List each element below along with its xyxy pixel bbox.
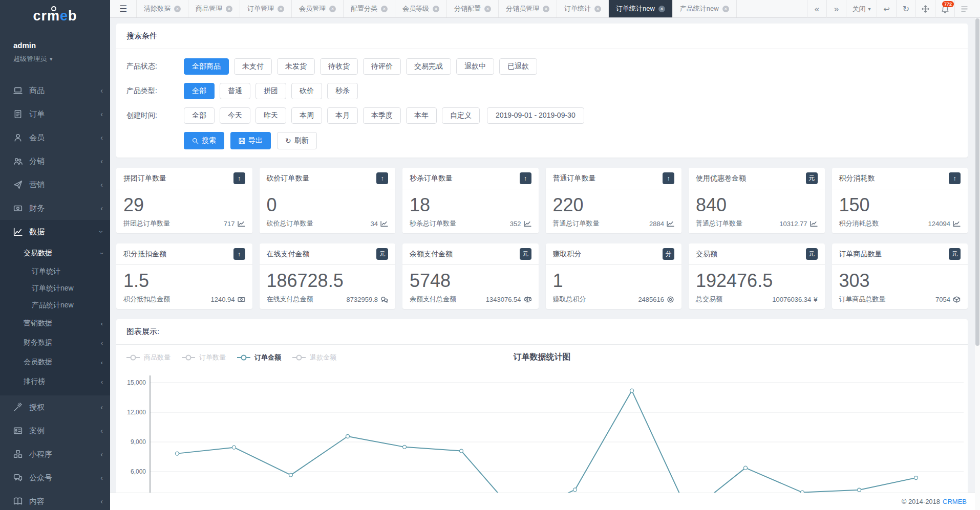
time-option-this-month[interactable]: 本月 [327, 107, 358, 124]
close-icon[interactable] [278, 6, 284, 12]
close-icon[interactable] [658, 6, 665, 12]
tab-order-management[interactable]: 订单管理 [240, 0, 292, 17]
close-icon[interactable] [484, 6, 491, 12]
status-option-to-receive[interactable]: 待收货 [320, 58, 358, 75]
sidebar-item-trade-data[interactable]: 交易数据 [0, 243, 110, 263]
tab-order-stats-new[interactable]: 订单统计new [609, 0, 673, 17]
sidebar-item-marketing[interactable]: 营销 [0, 173, 110, 196]
tab-label: 配置分类 [351, 4, 377, 13]
scroll-tabs-left-icon[interactable] [807, 0, 826, 18]
fullscreen-move-icon[interactable] [915, 0, 935, 18]
sidebar-item-product-stats-new[interactable]: 产品统计new [0, 297, 110, 314]
vertical-scrollbar[interactable] [975, 18, 980, 510]
search-button[interactable]: 搜索 [184, 132, 224, 149]
notifications-bell[interactable]: 772 [935, 0, 954, 18]
cube-icon [953, 296, 961, 303]
stat-footer-value: 34 [371, 220, 378, 228]
sidebar-item-ranking[interactable]: 排行榜 [0, 372, 110, 391]
sidebar-item-marketing-data[interactable]: 营销数据 [0, 314, 110, 333]
sidebar-item-authorization[interactable]: 授权 [0, 395, 110, 419]
close-icon[interactable] [594, 6, 601, 12]
close-icon[interactable] [722, 6, 729, 12]
sidebar-item-orders[interactable]: 订单 [0, 102, 110, 126]
close-tabs-label: 关闭 [852, 5, 865, 14]
close-icon[interactable] [174, 6, 181, 12]
stat-footer-value: 352 [510, 220, 521, 228]
sidebar-item-official-account[interactable]: 公众号 [0, 466, 110, 490]
tab-distributor-management[interactable]: 分销员管理 [499, 0, 557, 17]
wechat-icon [380, 296, 388, 303]
stat-value: 1 [553, 269, 675, 293]
user-role-dropdown[interactable]: 超级管理员 [13, 54, 110, 63]
type-option-seckill[interactable]: 秒杀 [327, 83, 358, 99]
time-option-this-quarter[interactable]: 本季度 [363, 107, 401, 124]
time-option-yesterday[interactable]: 昨天 [255, 107, 286, 124]
tab-goods-management[interactable]: 商品管理 [188, 0, 240, 17]
status-option-refunded[interactable]: 已退款 [499, 58, 537, 75]
sidebar-item-distribution[interactable]: 分销 [0, 149, 110, 173]
tab-category-config[interactable]: 配置分类 [344, 0, 395, 17]
sidebar-item-order-stats[interactable]: 订单统计 [0, 263, 110, 280]
tab-member-management[interactable]: 会员管理 [292, 0, 344, 17]
tab-distribution-config[interactable]: 分销配置 [447, 0, 499, 17]
close-icon[interactable] [543, 6, 549, 12]
type-option-bargain[interactable]: 砍价 [291, 83, 322, 99]
time-option-all[interactable]: 全部 [184, 107, 215, 124]
time-option-custom[interactable]: 自定义 [442, 107, 480, 124]
copyright-text: © 2014-2018 [902, 498, 940, 505]
close-icon[interactable] [226, 6, 232, 12]
sidebar-item-data[interactable]: 数据 [0, 220, 110, 243]
sidebar-item-members[interactable]: 会员 [0, 126, 110, 149]
svg-text:9,000: 9,000 [131, 438, 146, 446]
time-option-today[interactable]: 今天 [220, 107, 250, 124]
arrow-up-badge-icon: ↑ [520, 172, 531, 184]
undo-icon[interactable] [877, 0, 896, 18]
status-option-all[interactable]: 全部商品 [184, 58, 229, 75]
message-log-icon[interactable] [954, 0, 974, 18]
scroll-tabs-right-icon[interactable] [826, 0, 846, 18]
stat-title: 交易额 [696, 250, 717, 259]
sidebar-item-label: 会员数据 [24, 358, 52, 367]
tab-label: 订单统计 [564, 4, 591, 13]
close-icon[interactable] [329, 6, 336, 12]
book-icon [13, 497, 23, 506]
sidebar-item-finance-data[interactable]: 财务数据 [0, 333, 110, 352]
sidebar-item-order-stats-new[interactable]: 订单统计new [0, 280, 110, 297]
status-option-to-review[interactable]: 待评价 [363, 58, 401, 75]
tab-product-stats-new[interactable]: 产品统计new [673, 0, 737, 17]
sidebar-item-cases[interactable]: 案例 [0, 419, 110, 442]
refresh-icon[interactable] [896, 0, 915, 18]
order-stats-line-chart[interactable]: 6,0009,00012,00015,000 [116, 370, 968, 496]
svg-text:12,000: 12,000 [127, 409, 146, 416]
sidebar-item-goods[interactable]: 商品 [0, 79, 110, 102]
tab-order-stats[interactable]: 订单统计 [557, 0, 609, 17]
date-range-input[interactable]: 2019-09-01 - 2019-09-30 [487, 107, 584, 124]
time-option-this-week[interactable]: 本周 [291, 107, 322, 124]
scrollbar-thumb[interactable] [975, 18, 979, 346]
sidebar-item-member-data[interactable]: 会员数据 [0, 352, 110, 372]
sidebar-item-finance[interactable]: 财务 [0, 196, 110, 220]
tab-member-level[interactable]: 会员等级 [395, 0, 447, 17]
type-option-all[interactable]: 全部 [184, 83, 215, 99]
status-option-completed[interactable]: 交易完成 [406, 58, 451, 75]
stat-card-points-consumed: 积分消耗数↑ 150 积分消耗总数 124094 [832, 168, 968, 233]
hamburger-menu-icon[interactable] [110, 0, 137, 17]
crmeb-link[interactable]: CRMEB [943, 498, 967, 505]
sidebar-item-miniprogram[interactable]: 小程序 [0, 442, 110, 466]
sidebar-item-content[interactable]: 内容 [0, 490, 110, 510]
status-option-unshipped[interactable]: 未发货 [277, 58, 315, 75]
tab-clear-data[interactable]: 清除数据 [137, 0, 188, 17]
time-option-this-year[interactable]: 本年 [406, 107, 437, 124]
refresh-button[interactable]: 刷新 [277, 132, 317, 149]
status-option-refunding[interactable]: 退款中 [456, 58, 494, 75]
stat-title: 秒杀订单数量 [410, 174, 453, 183]
type-option-normal[interactable]: 普通 [220, 83, 250, 99]
type-option-groupbuy[interactable]: 拼团 [255, 83, 286, 99]
page-footer: © 2014-2018 CRMEB [110, 493, 980, 510]
export-button[interactable]: 导出 [230, 132, 271, 149]
close-icon[interactable] [433, 6, 439, 12]
status-option-unpaid[interactable]: 未支付 [234, 58, 272, 75]
close-tabs-dropdown[interactable]: 关闭 [846, 0, 877, 18]
logo-text-end: b [68, 8, 77, 24]
close-icon[interactable] [381, 6, 388, 12]
